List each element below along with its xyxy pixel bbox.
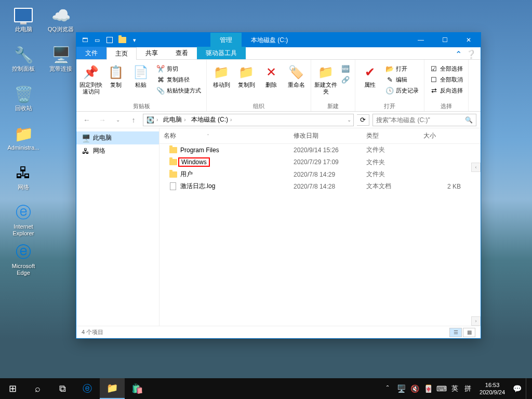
ime-mode[interactable]: 拼 — [463, 384, 472, 393]
titlebar[interactable]: 🗔 ▭ ▾ 管理 本地磁盘 (C:) — ☐ ✕ — [76, 33, 481, 47]
taskbar: ⊞ ⌕ ⧉ ⓔ 📁 🛍️ ˆ 🖥️ 🔇 🀄 ⌨ 英 拼 16:53 2020/9… — [0, 378, 532, 399]
nav-back-button[interactable]: ← — [81, 114, 93, 126]
addr-dropdown-icon[interactable]: ⌄ — [346, 117, 352, 123]
taskbar-store[interactable]: 🛍️ — [125, 378, 150, 399]
tab-share[interactable]: 共享 — [137, 47, 167, 59]
qat-properties-icon[interactable]: ▭ — [92, 35, 102, 45]
pin-icon: 📌 — [83, 64, 99, 81]
select-invert-button[interactable]: ⇄反向选择 — [428, 86, 465, 95]
select-none-button[interactable]: ☐全部取消 — [428, 75, 465, 84]
tab-home[interactable]: 主页 — [107, 47, 137, 60]
tray-clock[interactable]: 16:53 2020/9/24 — [476, 381, 508, 396]
col-date[interactable]: 修改日期 — [294, 131, 366, 140]
new-folder-button[interactable]: 📁新建文件夹 — [314, 62, 337, 95]
show-desktop-button[interactable] — [526, 378, 529, 399]
col-name[interactable]: 名称ˆ — [164, 131, 294, 140]
breadcrumb-this-pc[interactable]: 此电脑› — [161, 115, 189, 124]
pin-quick-access-button[interactable]: 📌固定到快速访问 — [79, 62, 102, 95]
history-button[interactable]: 🕓历史记录 — [383, 86, 421, 95]
desktop-icon-qq[interactable]: ☁️QQ浏览器 — [43, 5, 79, 41]
col-size[interactable]: 大小 — [423, 131, 476, 140]
tray-keyboard-icon[interactable]: ⌨ — [437, 384, 446, 393]
view-icons-button[interactable]: ▦ — [463, 328, 475, 337]
newfolder-icon: 📁 — [317, 64, 334, 81]
search-icon[interactable]: 🔍 — [465, 116, 473, 124]
scroll-left-button[interactable]: ‹ — [471, 163, 481, 172]
breadcrumb-current[interactable]: 本地磁盘 (C:)› — [189, 115, 235, 124]
open-button[interactable]: 📂打开 — [383, 64, 421, 73]
tray-ime-icon[interactable]: 🀄 — [423, 384, 433, 393]
cut-button[interactable]: ✂️剪切 — [154, 64, 203, 73]
search-box[interactable]: 🔍 — [373, 114, 476, 126]
nav-forward-button[interactable]: → — [96, 114, 109, 126]
close-button[interactable]: ✕ — [457, 33, 481, 47]
minimize-button[interactable]: — — [409, 33, 433, 47]
easy-access-button[interactable]: 🔗 — [339, 75, 352, 84]
tray-network-icon[interactable]: 🖥️ — [396, 384, 406, 393]
file-row[interactable]: Windows2020/7/29 17:09文件夹 — [159, 156, 481, 168]
copy-to-button[interactable]: 📁复制到 — [235, 62, 258, 88]
help-icon[interactable]: ❔ — [466, 49, 476, 59]
desktop-icon-this-pc[interactable]: 此电脑 — [5, 5, 42, 41]
tab-file[interactable]: 文件 — [76, 47, 107, 59]
desktop-icon-admin[interactable]: 📁Administra... — [5, 124, 42, 159]
scroll-right-button[interactable]: › — [471, 316, 481, 326]
paste-shortcut-button[interactable]: 📎粘贴快捷方式 — [154, 86, 203, 95]
tray-overflow-icon[interactable]: ˆ — [383, 384, 392, 393]
tab-drive-tools[interactable]: 驱动器工具 — [197, 47, 246, 59]
ribbon-collapse-icon[interactable]: ⌃ — [455, 49, 462, 59]
ime-lang[interactable]: 英 — [450, 384, 459, 393]
shortcut-icon: 📎 — [156, 86, 165, 95]
taskbar-edge[interactable]: ⓔ — [75, 378, 100, 399]
navpane-network[interactable]: 🖧网络 — [76, 144, 159, 157]
dialup-icon: 🖥️ — [51, 45, 71, 64]
view-details-button[interactable]: ☰ — [449, 328, 462, 337]
breadcrumb-drive-icon[interactable]: 💽› — [144, 116, 161, 124]
taskview-button[interactable]: ⧉ — [50, 378, 75, 399]
tray-volume-icon[interactable]: 🔇 — [410, 384, 419, 393]
properties-button[interactable]: ✔属性 — [358, 62, 381, 88]
paste-button[interactable]: 📄粘贴 — [129, 62, 152, 88]
address-bar[interactable]: 💽› 此电脑› 本地磁盘 (C:)› ⌄ — [143, 114, 354, 126]
taskbar-explorer[interactable]: 📁 — [100, 378, 125, 399]
search-button[interactable]: ⌕ — [25, 378, 50, 399]
nav-recent-button[interactable]: ⌄ — [112, 114, 124, 126]
qat-dropdown-icon[interactable]: ▾ — [129, 35, 140, 45]
desktop-icon-dialup[interactable]: 🖥️宽带连接 — [43, 45, 79, 80]
refresh-button[interactable]: ⟳ — [357, 114, 369, 126]
maximize-button[interactable]: ☐ — [433, 33, 457, 47]
file-name: Windows — [178, 157, 210, 167]
scroll-area: ‹ › — [471, 163, 481, 326]
start-button[interactable]: ⊞ — [0, 378, 25, 399]
app-icon[interactable]: 🗔 — [79, 35, 90, 45]
desktop-icon-control-panel[interactable]: 🔧控制面板 — [5, 45, 42, 80]
tab-view[interactable]: 查看 — [167, 47, 197, 59]
new-item-button[interactable]: 🆕 — [339, 64, 352, 73]
qat-checkbox-icon[interactable] — [104, 35, 115, 45]
action-center-icon[interactable]: 💬 — [512, 384, 522, 393]
file-row[interactable]: Program Files2020/9/14 15:26文件夹 — [159, 144, 481, 156]
rename-button[interactable]: 🏷️重命名 — [285, 62, 308, 88]
desktop-icon-edge[interactable]: ⓔMicrosoft Edge — [5, 242, 42, 277]
rename-icon: 🏷️ — [288, 64, 304, 81]
desktop-icon-network[interactable]: 🖧网络 — [5, 163, 42, 198]
navpane-this-pc[interactable]: 🖥️此电脑 — [76, 131, 159, 144]
search-input[interactable] — [376, 116, 465, 124]
context-tab-label: 管理 — [210, 33, 242, 47]
network-icon: 🖧 — [14, 163, 33, 183]
desktop-icons-col2: ☁️QQ浏览器 🖥️宽带连接 — [43, 5, 79, 80]
move-to-button[interactable]: 📁移动到 — [210, 62, 233, 88]
nav-up-button[interactable]: ↑ — [127, 114, 140, 126]
desktop-icon-recycle[interactable]: 🗑️回收站 — [5, 84, 42, 119]
file-row[interactable]: 用户2020/7/8 14:29文件夹 — [159, 168, 481, 180]
select-all-button[interactable]: ☑全部选择 — [428, 64, 465, 73]
copy-button[interactable]: 📋复制 — [104, 62, 127, 88]
navigation-pane: 🖥️此电脑 🖧网络 — [76, 128, 159, 326]
col-type[interactable]: 类型 — [366, 131, 423, 140]
edit-button[interactable]: ✎编辑 — [383, 75, 421, 84]
delete-button[interactable]: ✕删除 — [260, 62, 283, 88]
qat-newfolder-icon[interactable] — [117, 35, 127, 45]
copy-path-button[interactable]: ⌘复制路径 — [154, 75, 203, 84]
file-row[interactable]: 激活日志.log2020/7/8 14:28文本文档2 KB — [159, 180, 481, 192]
desktop-icon-ie[interactable]: ⓔInternet Explorer — [5, 203, 42, 238]
